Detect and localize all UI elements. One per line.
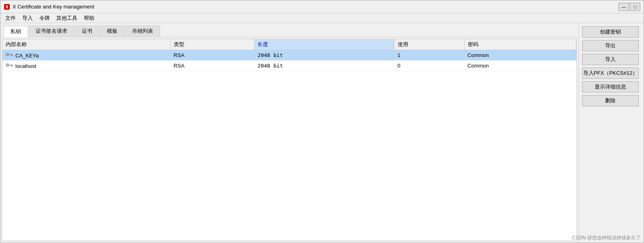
sidebar-btn-4[interactable]: 显示详细信息	[582, 81, 639, 93]
tab-bar: 私钥证书签名请求证书模板吊销列表	[0, 23, 578, 37]
table-row[interactable]: CA_KEYaRSA2048 bit1Common	[2, 50, 576, 61]
svg-rect-10	[11, 66, 12, 67]
window-controls: — □	[618, 3, 640, 11]
table-area: 内部名称 类型 长度 使用 密码 CA_KEYaRSA2048 bit	[2, 39, 577, 241]
cell-password-1: Common	[464, 61, 576, 71]
col-header-password[interactable]: 密码	[464, 39, 576, 50]
maximize-button[interactable]: □	[630, 3, 640, 11]
svg-rect-9	[9, 65, 13, 66]
app-icon: X	[4, 4, 10, 10]
content-area: 私钥证书签名请求证书模板吊销列表 内部名称 类型 长度 使用 密码	[0, 23, 644, 243]
cell-use-0: 1	[394, 50, 464, 61]
svg-point-8	[7, 64, 8, 66]
keys-table: 内部名称 类型 长度 使用 密码 CA_KEYaRSA2048 bit	[2, 39, 576, 71]
table-row[interactable]: localhostRSA2048 bit0Common	[2, 61, 576, 71]
tab-0[interactable]: 私钥	[4, 26, 28, 37]
main-window: X X Certificate and Key management — □ 文…	[0, 0, 644, 243]
sidebar-btn-5[interactable]: 删除	[582, 95, 639, 106]
sidebar-btn-3[interactable]: 导入PFX（PKCS#12）	[582, 68, 639, 79]
cell-name-0: CA_KEYa	[2, 50, 171, 61]
menu-item-导入[interactable]: 导入	[19, 14, 36, 23]
svg-rect-5	[11, 55, 12, 56]
svg-text:X: X	[5, 4, 9, 9]
sidebar-btn-0[interactable]: 创建密钥	[582, 26, 639, 38]
main-panel: 私钥证书签名请求证书模板吊销列表 内部名称 类型 长度 使用 密码	[0, 23, 579, 243]
key-icon	[6, 52, 14, 57]
minimize-button[interactable]: —	[618, 3, 629, 11]
col-header-name[interactable]: 内部名称	[2, 39, 171, 50]
cell-length-0: 2048 bit	[254, 50, 394, 61]
svg-rect-6	[12, 55, 13, 56]
tab-1[interactable]: 证书签名请求	[29, 25, 74, 37]
cell-type-1: RSA	[171, 61, 254, 71]
sidebar: 创建密钥导出导入导入PFX（PKCS#12）显示详细信息删除	[579, 23, 644, 243]
menu-item-帮助[interactable]: 帮助	[81, 14, 98, 23]
col-header-type[interactable]: 类型	[171, 39, 254, 50]
cell-use-1: 0	[394, 61, 464, 71]
col-header-use[interactable]: 使用	[394, 39, 464, 50]
sidebar-btn-1[interactable]: 导出	[582, 40, 639, 51]
title-bar: X X Certificate and Key management — □	[0, 0, 644, 13]
menu-bar: 文件导入令牌其他工具帮助	[0, 13, 644, 23]
cell-password-0: Common	[464, 50, 576, 61]
tab-3[interactable]: 模板	[100, 25, 124, 37]
tab-2[interactable]: 证书	[75, 25, 99, 37]
cell-name-1: localhost	[2, 61, 171, 71]
svg-rect-4	[9, 54, 13, 55]
svg-point-3	[7, 54, 8, 55]
window-title: X Certificate and Key management	[13, 4, 618, 10]
sidebar-btn-2[interactable]: 导入	[582, 54, 639, 65]
tab-4[interactable]: 吊销列表	[125, 25, 160, 37]
cell-length-1: 2048 bit	[254, 61, 394, 71]
svg-rect-11	[12, 66, 13, 67]
menu-item-其他工具[interactable]: 其他工具	[53, 14, 81, 23]
menu-item-令牌[interactable]: 令牌	[36, 14, 53, 23]
menu-item-文件[interactable]: 文件	[2, 14, 19, 23]
key-icon	[6, 62, 14, 68]
cell-type-0: RSA	[171, 50, 254, 61]
col-header-length[interactable]: 长度	[254, 39, 394, 50]
watermark: CSDN @您这种情况持续多久了	[572, 235, 641, 241]
